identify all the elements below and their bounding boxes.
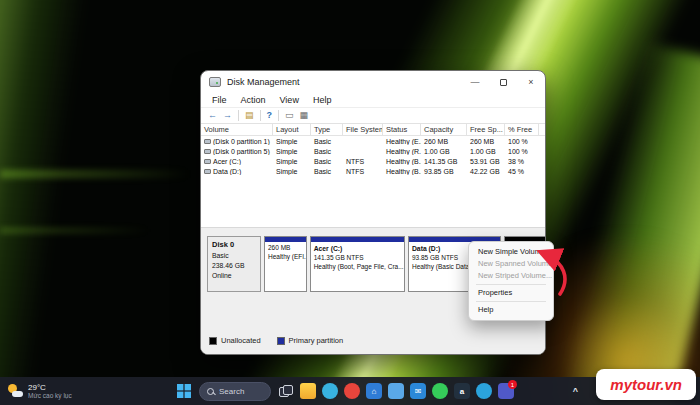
volume-cell: 1.00 GB	[421, 148, 467, 155]
amazon-icon[interactable]: a	[454, 383, 470, 399]
tray-chevron-icon[interactable]: ^	[573, 386, 578, 396]
volume-row-acer-c[interactable]: Acer (C:)SimpleBasicNTFSHealthy (B...141…	[201, 156, 545, 166]
chrome-icon[interactable]	[344, 383, 360, 399]
volume-list-rows: (Disk 0 partition 1)SimpleBasicHealthy (…	[201, 136, 545, 176]
volume-cell: NTFS	[343, 158, 383, 165]
title-bar[interactable]: Disk Management — ×	[201, 71, 545, 93]
volume-cell: Basic	[311, 138, 343, 145]
partition-label: 260 MBHealthy (EFI...	[265, 242, 306, 291]
volume-cell: Healthy (B...	[383, 168, 421, 175]
wallpaper-streak	[0, 228, 150, 233]
column-header-free[interactable]: % Free	[505, 124, 539, 135]
close-button[interactable]: ×	[517, 71, 545, 93]
column-header-capacity[interactable]: Capacity	[421, 124, 467, 135]
menu-view[interactable]: View	[273, 95, 306, 105]
weather-text: 29°C Mức cao kỷ lục	[28, 383, 72, 400]
search-label: Search	[219, 387, 244, 396]
menu-file[interactable]: File	[205, 95, 234, 105]
column-header-type[interactable]: Type	[311, 124, 343, 135]
file-explorer-icon[interactable]	[300, 383, 316, 399]
minimize-button[interactable]: —	[461, 71, 489, 93]
menu-new-simple-volume[interactable]: New Simple Volume...	[469, 246, 553, 258]
weather-icon	[7, 384, 23, 398]
whatsapp-icon[interactable]	[432, 383, 448, 399]
disk-list-view-icon[interactable]: ▭	[285, 111, 294, 120]
weather-widget[interactable]: 29°C Mức cao kỷ lục	[7, 377, 72, 405]
windows-logo-icon	[177, 384, 191, 398]
forward-icon[interactable]: →	[223, 111, 232, 120]
menu-properties[interactable]: Properties	[469, 287, 553, 299]
photos-icon[interactable]	[388, 383, 404, 399]
volume-list: VolumeLayoutTypeFile SystemStatusCapacit…	[201, 124, 545, 227]
column-header-layout[interactable]: Layout	[273, 124, 311, 135]
volume-cell: Simple	[273, 168, 311, 175]
volume-icon	[204, 169, 211, 174]
back-icon[interactable]: ←	[208, 111, 217, 120]
volume-row-disk-0-partition-1[interactable]: (Disk 0 partition 1)SimpleBasicHealthy (…	[201, 136, 545, 146]
window-title: Disk Management	[227, 77, 300, 87]
column-header-free-sp[interactable]: Free Sp...	[467, 124, 505, 135]
volume-cell: 141.35 GB	[421, 158, 467, 165]
volume-row-data-d[interactable]: Data (D:)SimpleBasicNTFSHealthy (B...93.…	[201, 166, 545, 176]
legend-label: Primary partition	[289, 336, 344, 345]
chat-icon[interactable]: 1	[498, 383, 514, 399]
column-header-status[interactable]: Status	[383, 124, 421, 135]
disk-type: Basic	[212, 251, 256, 261]
menu-bar: FileActionViewHelp	[201, 93, 545, 107]
maximize-button[interactable]	[489, 71, 517, 93]
volume-cell: 1.00 GB	[467, 148, 505, 155]
weather-temp: 29°C	[28, 383, 72, 392]
store-icon[interactable]: ⌂	[366, 383, 382, 399]
volume-cell: Healthy (R...	[383, 148, 421, 155]
legend-swatch	[209, 337, 217, 345]
volume-cell: NTFS	[343, 168, 383, 175]
search-box[interactable]: Search	[199, 382, 271, 401]
volume-cell: Data (D:)	[201, 168, 273, 175]
legend-swatch	[277, 337, 285, 345]
menu-new-striped-volume: New Striped Volume...	[469, 270, 553, 282]
menu-action[interactable]: Action	[234, 95, 273, 105]
wallpaper-streak	[0, 0, 89, 395]
volume-list-header: VolumeLayoutTypeFile SystemStatusCapacit…	[201, 124, 545, 136]
volume-row-disk-0-partition-5[interactable]: (Disk 0 partition 5)SimpleBasicHealthy (…	[201, 146, 545, 156]
volume-cell: 260 MB	[467, 138, 505, 145]
volume-cell: 42.22 GB	[467, 168, 505, 175]
graphical-view-icon[interactable]: ▦	[300, 111, 309, 120]
volume-cell: 53.91 GB	[467, 158, 505, 165]
console-tree-icon[interactable]: ▤	[245, 111, 254, 120]
taskbar-center: Search ⌂✉a1	[176, 377, 514, 405]
taskbar-icons: ⌂✉a1	[278, 383, 514, 399]
legend-unallocated: Unallocated	[209, 336, 261, 345]
taskbar: 29°C Mức cao kỷ lục Search ⌂✉a1 ^	[0, 377, 700, 405]
menu-help[interactable]: Help	[469, 304, 553, 316]
disk0-info[interactable]: Disk 0 Basic 238.46 GB Online	[207, 236, 261, 292]
telegram-icon[interactable]	[476, 383, 492, 399]
help-icon[interactable]: ?	[267, 111, 273, 120]
maximize-icon	[500, 79, 507, 86]
volume-cell: Simple	[273, 148, 311, 155]
mail-icon[interactable]: ✉	[410, 383, 426, 399]
desktop: Disk Management — × FileActionViewHelp ←…	[0, 0, 700, 405]
column-header-volume[interactable]: Volume	[201, 124, 273, 135]
context-menu: New Simple Volume...New Spanned Volume..…	[468, 241, 554, 321]
partition-acer-c[interactable]: Acer (C:)141.35 GB NTFSHealthy (Boot, Pa…	[310, 236, 405, 292]
volume-icon	[204, 149, 211, 154]
start-button[interactable]	[176, 383, 192, 399]
toolbar: ←→▤?▭▦	[201, 107, 545, 124]
column-header-file-system[interactable]: File System	[343, 124, 383, 135]
legend: UnallocatedPrimary partition	[209, 336, 343, 345]
volume-icon	[204, 159, 211, 164]
toolbar-separator	[278, 110, 279, 121]
wallpaper-streak	[0, 170, 190, 178]
toolbar-separator	[238, 110, 239, 121]
menu-help[interactable]: Help	[306, 95, 339, 105]
volume-cell: Simple	[273, 138, 311, 145]
task-view-icon[interactable]	[278, 383, 294, 399]
partition-efi[interactable]: 260 MBHealthy (EFI...	[264, 236, 307, 292]
search-icon	[207, 388, 214, 395]
volume-cell: Basic	[311, 168, 343, 175]
volume-cell: Healthy (E...	[383, 138, 421, 145]
system-tray: ^	[573, 377, 578, 405]
volume-cell: 38 %	[505, 158, 539, 165]
edge-icon[interactable]	[322, 383, 338, 399]
